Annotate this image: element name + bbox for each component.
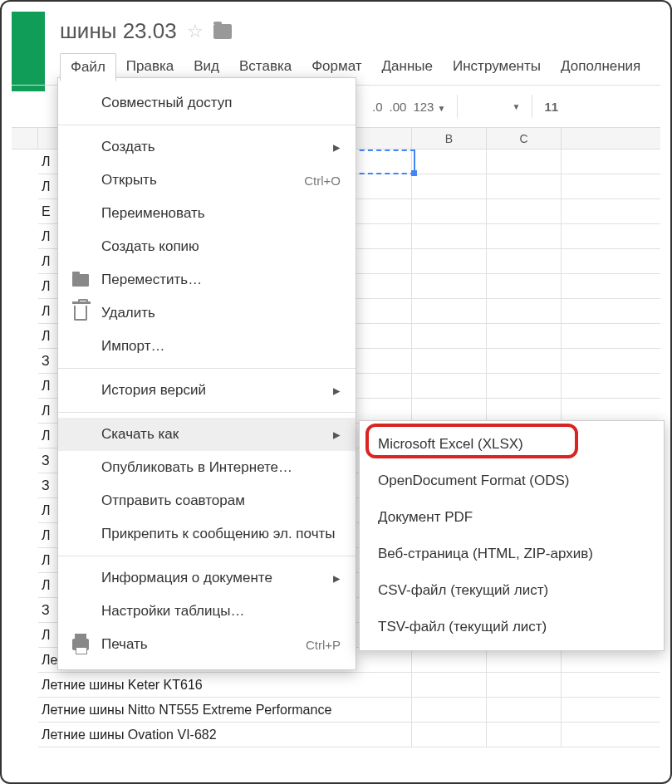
menu-item-delete[interactable]: Удалить xyxy=(58,296,356,330)
decimal-controls[interactable]: .0 .00 123 ▼ xyxy=(361,95,458,118)
shortcut-label: Ctrl+P xyxy=(306,638,341,652)
col-header-c[interactable]: C xyxy=(487,128,562,149)
number-format[interactable]: 123 ▼ xyxy=(413,100,445,114)
folder-icon xyxy=(71,271,90,289)
menu-item-move[interactable]: Переместить… xyxy=(58,263,356,296)
menu-item-settings[interactable]: Настройки таблицы… xyxy=(58,595,356,628)
separator xyxy=(58,412,356,413)
menu-item-make-copy[interactable]: Создать копию xyxy=(58,230,356,263)
select-all-corner[interactable] xyxy=(12,128,38,149)
submenu-item-ods[interactable]: OpenDocument Format (ODS) xyxy=(360,463,664,499)
table-row: Летние шины Nitto NT555 Extreme Performa… xyxy=(38,698,660,723)
menu-item-open[interactable]: ОткрытьCtrl+O xyxy=(58,164,356,197)
font-selector[interactable]: ▼ xyxy=(458,95,532,118)
separator xyxy=(58,125,356,125)
menu-item-create[interactable]: Создать▸ xyxy=(58,130,356,164)
menu-item-rename[interactable]: Переименовать xyxy=(58,197,356,230)
menu-item-publish[interactable]: Опубликовать в Интернете… xyxy=(58,451,356,484)
menu-file[interactable]: Файл xyxy=(60,53,116,81)
menu-item-version-history[interactable]: История версий▸ xyxy=(58,374,356,407)
submenu-item-xlsx[interactable]: Microsoft Excel (XLSX) xyxy=(360,426,664,463)
chevron-right-icon: ▸ xyxy=(333,382,341,399)
separator xyxy=(58,556,356,556)
table-row: Летние шины Keter KT616 xyxy=(38,673,660,698)
decrease-decimal[interactable]: .0 xyxy=(372,100,383,114)
separator xyxy=(58,368,356,369)
menu-item-doc-info[interactable]: Информация о документе▸ xyxy=(58,561,356,595)
star-icon[interactable]: ☆ xyxy=(187,21,204,42)
folder-icon[interactable] xyxy=(213,24,232,39)
font-size[interactable]: 11 xyxy=(532,95,570,118)
trash-icon xyxy=(71,304,90,322)
menu-item-share[interactable]: Совместный доступ xyxy=(58,86,356,120)
chevron-right-icon: ▸ xyxy=(333,426,341,443)
submenu-item-html[interactable]: Веб-страница (HTML, ZIP-архив) xyxy=(360,536,664,572)
document-title[interactable]: шины 23.03 xyxy=(60,18,177,44)
shortcut-label: Ctrl+O xyxy=(304,174,341,188)
file-menu-dropdown: Совместный доступ Создать▸ ОткрытьCtrl+O… xyxy=(57,77,356,670)
col-header-b[interactable]: B xyxy=(412,128,487,149)
table-row: Летние шины Ovation VI-682 xyxy=(38,723,660,747)
menu-item-download-as[interactable]: Скачать как▸ xyxy=(58,418,356,451)
menu-item-print[interactable]: ПечатьCtrl+P xyxy=(58,628,356,661)
chevron-right-icon: ▸ xyxy=(333,139,341,156)
title-bar: шины 23.03 ☆ xyxy=(60,18,232,44)
menu-item-attach-email[interactable]: Прикрепить к сообщению эл. почты xyxy=(58,517,356,551)
submenu-item-pdf[interactable]: Документ PDF xyxy=(360,499,664,536)
menu-addons[interactable]: Дополнения xyxy=(551,53,650,81)
increase-decimal[interactable]: .00 xyxy=(390,100,407,114)
chevron-right-icon: ▸ xyxy=(333,570,341,587)
submenu-item-tsv[interactable]: TSV-файл (текущий лист) xyxy=(360,609,664,645)
download-as-submenu: Microsoft Excel (XLSX) OpenDocument Form… xyxy=(359,420,665,651)
menu-item-email-collaborators[interactable]: Отправить соавторам xyxy=(58,484,356,517)
menu-data[interactable]: Данные xyxy=(372,53,443,81)
brand-accent xyxy=(12,12,45,91)
submenu-item-csv[interactable]: CSV-файл (текущий лист) xyxy=(360,572,664,609)
menu-item-import[interactable]: Импорт… xyxy=(58,330,356,363)
print-icon xyxy=(71,635,90,654)
menu-tools[interactable]: Инструменты xyxy=(443,53,551,81)
